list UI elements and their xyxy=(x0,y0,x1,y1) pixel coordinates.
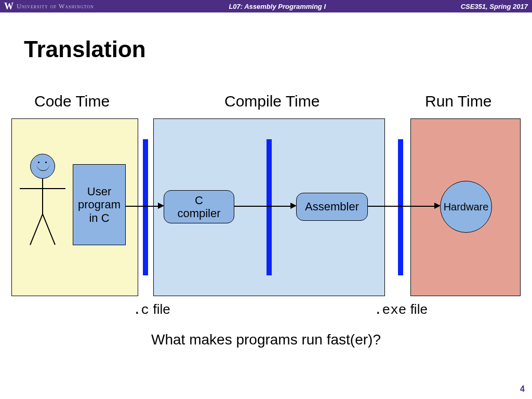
arrow-head-icon xyxy=(290,203,297,209)
file-ext: .c xyxy=(133,302,149,318)
arrow-line xyxy=(126,206,159,207)
node-c-compiler: C compiler xyxy=(164,190,234,223)
slide-header: W University of Washington L07: Assembly… xyxy=(0,0,532,12)
arrow-line xyxy=(368,206,435,207)
file-word: file xyxy=(149,301,170,317)
arrow-head-icon xyxy=(434,203,441,209)
node-user-program: User program in C xyxy=(73,164,126,245)
university-name: University of Washington xyxy=(17,3,94,10)
node-assembler: Assembler xyxy=(296,193,368,221)
file-label-c: .c file xyxy=(133,301,170,318)
arrow-line xyxy=(234,206,291,207)
barrier-divider xyxy=(398,139,403,275)
user-icon xyxy=(20,154,65,252)
lecture-title: L07: Assembly Programming I xyxy=(229,3,326,10)
page-number: 4 xyxy=(520,384,525,394)
phase-label-code: Code Time xyxy=(34,92,110,110)
file-word: file xyxy=(406,301,427,317)
node-hardware: Hardware xyxy=(440,181,492,233)
course-id: CSE351, Spring 2017 xyxy=(461,3,528,10)
slide-question: What makes programs run fast(er)? xyxy=(0,331,532,348)
phase-label-compile: Compile Time xyxy=(224,92,320,110)
file-ext: .exe xyxy=(374,302,406,318)
phase-label-run: Run Time xyxy=(425,92,491,110)
uw-logo-icon: W xyxy=(4,1,14,12)
file-label-exe: .exe file xyxy=(374,301,428,318)
header-left: W University of Washington xyxy=(4,1,94,12)
page-title: Translation xyxy=(24,36,146,62)
arrow-head-icon xyxy=(158,203,164,209)
face-icon xyxy=(30,154,55,179)
barrier-divider xyxy=(143,139,148,275)
barrier-divider xyxy=(267,139,272,275)
